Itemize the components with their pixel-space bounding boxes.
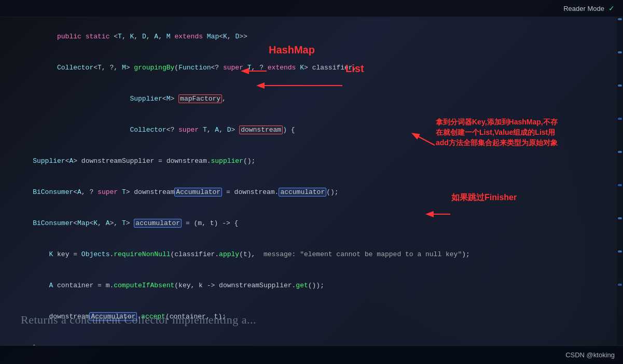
scroll-indicator [618, 85, 622, 87]
code-line-3: Supplier<M> mapFactory, [17, 83, 623, 115]
scroll-indicator [618, 217, 622, 219]
reader-check-icon: ✓ [608, 4, 615, 12]
top-bar: Reader Mode ✓ [0, 0, 623, 17]
code-line-6: BiConsumer<A, ? super T> downstreamAccum… [17, 177, 623, 208]
bottom-bar: CSDN @ktoking [0, 345, 623, 364]
bottom-fade-text: Returns a concurrent Collector implement… [0, 313, 623, 327]
scroll-indicator [618, 18, 622, 20]
scroll-indicator [618, 250, 622, 253]
code-line-7: BiConsumer<Map<K, A>, T> accumulator = (… [17, 208, 623, 239]
code-line-2: Collector<T, ?, M> groupingBy(Function<?… [17, 52, 623, 83]
code-wrapper: public static <T, K, D, A, M extends Map… [0, 17, 623, 345]
scroll-indicator [618, 51, 622, 53]
code-line-9: A container = m.computeIfAbsent(key, k -… [17, 270, 623, 301]
code-line-1: public static <T, K, D, A, M extends Map… [17, 21, 623, 52]
scroll-indicator [618, 151, 622, 153]
code-content: public static <T, K, D, A, M extends Map… [12, 21, 623, 345]
code-line-11: }; [17, 332, 623, 345]
code-line-4: Collector<? super T, A, D> downstream) { [17, 115, 623, 146]
scroll-indicator [618, 284, 622, 286]
code-line-8: K key = Objects.requireNonNull(classifie… [17, 239, 623, 270]
code-area[interactable]: public static <T, K, D, A, M extends Map… [0, 17, 623, 345]
code-line-5: Supplier<A> downstreamSupplier = downstr… [17, 146, 623, 177]
scroll-indicator [618, 118, 622, 120]
scrollbar[interactable] [617, 17, 623, 345]
scroll-indicator [618, 184, 622, 186]
line-numbers [0, 21, 12, 345]
csdn-label: CSDN @ktoking [565, 351, 615, 359]
reader-mode-area: Reader Mode ✓ [563, 4, 615, 12]
main-container: Reader Mode ✓ [0, 0, 623, 364]
reader-mode-label: Reader Mode [563, 5, 604, 12]
